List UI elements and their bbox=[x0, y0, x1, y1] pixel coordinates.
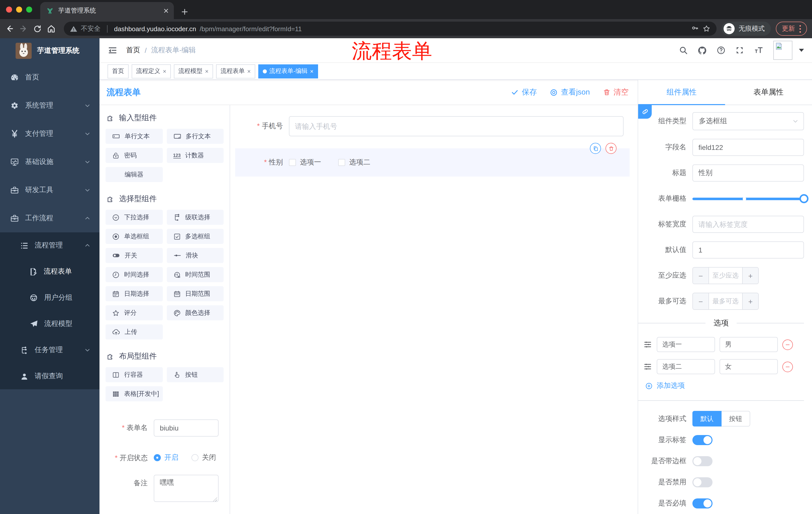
component-checkbox-group[interactable]: 多选框组 bbox=[167, 229, 224, 244]
minimize-window-button[interactable] bbox=[16, 6, 22, 12]
back-icon[interactable] bbox=[5, 24, 14, 33]
tab-component-props[interactable]: 组件属性 bbox=[638, 80, 725, 105]
min-select-placeholder[interactable]: 至少应选 bbox=[709, 268, 742, 283]
bookmark-star-icon[interactable] bbox=[702, 25, 710, 33]
component-upload[interactable]: 上传 bbox=[106, 324, 163, 340]
save-button[interactable]: 保存 bbox=[511, 87, 537, 97]
style-button-button[interactable]: 按钮 bbox=[722, 411, 750, 427]
add-option-button[interactable]: 添加选项 bbox=[645, 381, 804, 390]
tab-close-icon[interactable] bbox=[163, 8, 169, 13]
sidebar-item-process-form[interactable]: 流程表单 bbox=[0, 259, 99, 285]
form-grid-slider[interactable] bbox=[692, 190, 804, 207]
title-input[interactable] bbox=[692, 164, 804, 182]
border-toggle[interactable] bbox=[692, 456, 713, 466]
component-single-text[interactable]: 单行文本 bbox=[106, 129, 163, 144]
disabled-toggle[interactable] bbox=[692, 477, 713, 487]
address-bar[interactable]: 不安全 dashboard.yudao.iocoder.cn/bpm/manag… bbox=[64, 22, 717, 36]
sidebar-item-process-model[interactable]: 流程模型 bbox=[0, 311, 99, 337]
component-slider[interactable]: 滑块 bbox=[167, 248, 224, 263]
sidebar-item-infra[interactable]: 基础设施 bbox=[0, 148, 99, 176]
github-icon[interactable] bbox=[697, 46, 707, 55]
field-name-input[interactable] bbox=[692, 139, 804, 156]
max-select-placeholder[interactable]: 最多可选 bbox=[709, 293, 742, 309]
component-row-container[interactable]: 行容器 bbox=[106, 367, 163, 382]
sidebar-item-user-group[interactable]: 用户分组 bbox=[0, 285, 99, 311]
sidebar-item-devtools[interactable]: 研发工具 bbox=[0, 176, 99, 204]
component-date-picker[interactable]: 日期选择 bbox=[106, 286, 163, 301]
tag-home[interactable]: 首页 bbox=[108, 64, 128, 78]
fullscreen-icon[interactable] bbox=[735, 46, 744, 55]
component-editor[interactable]: 编辑器 bbox=[106, 167, 163, 182]
component-time-picker[interactable]: 时间选择 bbox=[106, 267, 163, 282]
component-radio-group[interactable]: 单选框组 bbox=[106, 229, 163, 244]
breadcrumb-home[interactable]: 首页 bbox=[126, 46, 140, 55]
sidebar-item-task-manage[interactable]: 任务管理 bbox=[0, 337, 99, 363]
tag-process-definition[interactable]: 流程定义× bbox=[132, 64, 171, 78]
component-switch[interactable]: 开关 bbox=[106, 248, 163, 263]
collapse-sidebar-icon[interactable] bbox=[108, 45, 118, 55]
help-icon[interactable] bbox=[717, 46, 726, 55]
form-name-input[interactable] bbox=[154, 420, 219, 437]
slider-track[interactable] bbox=[692, 197, 804, 200]
option-label-input[interactable] bbox=[657, 337, 715, 352]
component-password[interactable]: 密码 bbox=[106, 148, 163, 163]
sidebar-item-home[interactable]: 首页 bbox=[0, 63, 99, 91]
tag-close-icon[interactable]: × bbox=[310, 67, 314, 75]
component-date-range[interactable]: 日期范围 bbox=[167, 286, 224, 301]
style-default-button[interactable]: 默认 bbox=[692, 411, 722, 427]
copy-field-button[interactable] bbox=[590, 143, 601, 154]
delete-field-button[interactable] bbox=[606, 143, 616, 154]
option-value-input[interactable] bbox=[720, 359, 778, 374]
selected-gender-field[interactable]: 性别 选项一 选项二 bbox=[235, 148, 630, 177]
drag-handle-icon[interactable] bbox=[643, 362, 652, 371]
close-window-button[interactable] bbox=[6, 6, 12, 12]
gender-option-2[interactable]: 选项二 bbox=[338, 158, 370, 167]
remove-option-button[interactable] bbox=[782, 361, 793, 372]
required-toggle[interactable] bbox=[692, 498, 713, 509]
show-label-toggle[interactable] bbox=[692, 435, 713, 445]
component-rate[interactable]: 评分 bbox=[106, 305, 163, 320]
design-canvas[interactable]: 手机号 性别 bbox=[230, 105, 638, 514]
label-width-input[interactable] bbox=[692, 216, 804, 233]
component-button[interactable]: 按钮 bbox=[167, 367, 224, 382]
new-tab-button[interactable] bbox=[181, 8, 188, 16]
avatar-dropdown-icon[interactable] bbox=[799, 49, 804, 52]
search-icon[interactable] bbox=[679, 46, 688, 55]
sidebar-item-workflow[interactable]: 工作流程 bbox=[0, 204, 99, 232]
phone-field-input[interactable] bbox=[289, 116, 624, 136]
sidebar-item-leave-query[interactable]: 请假查询 bbox=[0, 363, 99, 389]
decrease-button[interactable]: − bbox=[693, 268, 709, 283]
browser-tab[interactable]: 芋道管理系统 bbox=[40, 2, 174, 19]
component-counter[interactable]: 123 计数器 bbox=[167, 148, 224, 163]
tab-form-props[interactable]: 表单属性 bbox=[725, 80, 812, 105]
component-type-select[interactable]: 多选框组 bbox=[692, 112, 804, 130]
tag-close-icon[interactable]: × bbox=[205, 67, 208, 75]
gender-option-1[interactable]: 选项一 bbox=[289, 158, 321, 167]
component-time-range[interactable]: 时间范围 bbox=[167, 267, 224, 282]
tag-process-model[interactable]: 流程模型× bbox=[174, 64, 213, 78]
increase-button[interactable]: + bbox=[742, 293, 758, 309]
tag-process-form[interactable]: 流程表单× bbox=[216, 64, 255, 78]
link-tag-button[interactable] bbox=[638, 105, 652, 119]
font-size-icon[interactable] bbox=[754, 46, 764, 55]
component-textarea[interactable]: 多行文本 bbox=[167, 129, 224, 144]
forward-icon[interactable] bbox=[19, 24, 28, 33]
option-label-input[interactable] bbox=[657, 359, 715, 374]
drag-handle-icon[interactable] bbox=[643, 340, 652, 349]
zoom-window-button[interactable] bbox=[26, 6, 32, 12]
component-cascader[interactable]: 级联选择 bbox=[167, 210, 224, 225]
component-color-picker[interactable]: 颜色选择 bbox=[167, 305, 224, 320]
component-table[interactable]: 表格[开发中] bbox=[106, 386, 163, 401]
avatar[interactable] bbox=[773, 41, 792, 60]
tag-process-form-edit[interactable]: 流程表单-编辑× bbox=[258, 64, 318, 78]
component-select[interactable]: 下拉选择 bbox=[106, 210, 163, 225]
default-value-input[interactable] bbox=[692, 241, 804, 259]
remove-option-button[interactable] bbox=[782, 339, 793, 350]
clear-button[interactable]: 清空 bbox=[603, 87, 629, 97]
increase-button[interactable]: + bbox=[742, 268, 758, 283]
sidebar-item-payment[interactable]: 支付管理 bbox=[0, 120, 99, 148]
reload-icon[interactable] bbox=[33, 24, 42, 33]
sidebar-item-process-manage[interactable]: 流程管理 bbox=[0, 232, 99, 259]
browser-update-button[interactable]: 更新 bbox=[776, 22, 807, 36]
password-key-icon[interactable] bbox=[691, 25, 699, 33]
